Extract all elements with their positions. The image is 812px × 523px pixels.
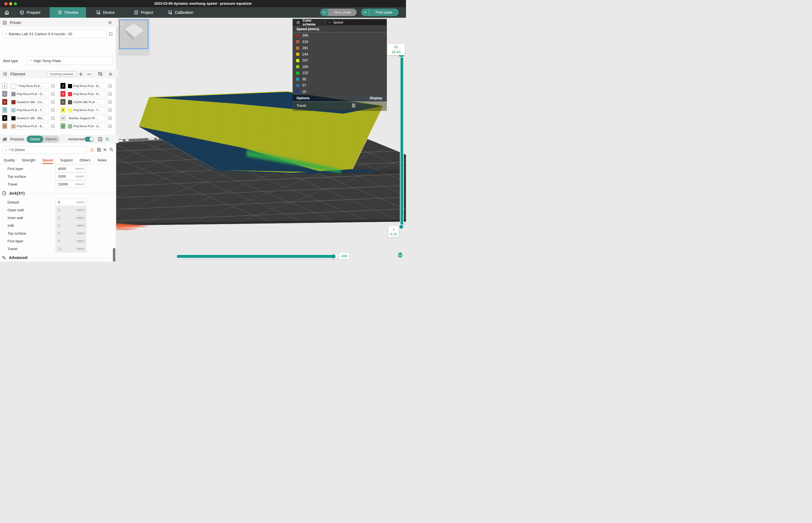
- filament-slot[interactable]: eSUN Silk PLA - ...: [67, 99, 106, 105]
- move-slider-handle[interactable]: [331, 254, 336, 258]
- filament-slot-badge[interactable]: 7: [2, 107, 7, 113]
- filament-slot[interactable]: PolyTerra PLA - R...: [67, 91, 106, 97]
- filament-slot-badge[interactable]: 1: [2, 83, 7, 89]
- tab-prepare[interactable]: Prepare: [19, 7, 47, 18]
- edit-icon[interactable]: [51, 108, 55, 112]
- prepare-cube-icon: [19, 10, 24, 15]
- bed-type-select[interactable]: High Temp Plate: [26, 57, 113, 65]
- filament-slot-badge[interactable]: 8: [60, 107, 66, 113]
- tab-project[interactable]: Project: [134, 7, 160, 18]
- chevron-down-icon: [29, 60, 32, 61]
- filament-slot-badge[interactable]: 9: [2, 115, 7, 121]
- print-plate-button[interactable]: Print plate: [369, 8, 399, 16]
- tab-speed[interactable]: Speed: [42, 158, 53, 164]
- printer-section-header: Printer: [0, 19, 119, 26]
- param-input-jerk-inner-wall[interactable]: 9mm/s: [55, 214, 87, 221]
- move-slider-track[interactable]: [176, 254, 338, 259]
- design-parameters-icon[interactable]: [105, 137, 110, 142]
- edit-icon[interactable]: [51, 124, 55, 128]
- param-input-travel-accel[interactable]: 15000mm/s²: [55, 181, 87, 188]
- param-input-jerk-travel[interactable]: 12mm/s: [55, 245, 87, 252]
- travel-checkbox[interactable]: [352, 104, 355, 108]
- param-input-jerk-infill[interactable]: 9mm/s: [55, 222, 87, 229]
- tab-quality[interactable]: Quality: [4, 158, 15, 164]
- scope-objects-button[interactable]: Objects: [43, 136, 59, 143]
- tab-support[interactable]: Support: [60, 158, 73, 164]
- remove-filament-icon[interactable]: [87, 72, 91, 76]
- filament-slot[interactable]: PolyTerra PLA - G...: [10, 91, 49, 97]
- layer-slider-track[interactable]: [400, 54, 404, 228]
- tab-strength[interactable]: Strength: [22, 158, 35, 164]
- plate-thumbnail[interactable]: 1: [119, 19, 148, 49]
- filament-slot[interactable]: PolyTerra PLA - Y...: [67, 107, 106, 113]
- param-input-jerk-top-surface[interactable]: 9mm/s: [55, 230, 87, 237]
- tab-others[interactable]: Others: [79, 158, 90, 164]
- edit-icon[interactable]: [51, 92, 55, 96]
- slice-plate-button[interactable]: Slice plate: [328, 8, 357, 16]
- param-input-top-surface-accel[interactable]: 2000mm/s²: [55, 173, 87, 180]
- legend-row: 319: [293, 39, 387, 45]
- edit-icon[interactable]: [108, 116, 112, 120]
- filament-slot-badge[interactable]: 2: [60, 83, 66, 89]
- filament-slot-badge[interactable]: 6: [60, 99, 66, 105]
- home-button[interactable]: [2, 7, 11, 18]
- filament-slot-badge[interactable]: 11: [2, 123, 7, 129]
- tab-calibration[interactable]: Calibration: [167, 7, 201, 18]
- filament-slot[interactable]: PolyTerra PLA - B...: [10, 123, 49, 129]
- edit-icon[interactable]: [51, 84, 55, 88]
- tab-device[interactable]: Device: [96, 7, 121, 18]
- flushing-volumes-button[interactable]: Flushing volumes: [47, 71, 77, 77]
- legend-row: 207: [293, 57, 387, 64]
- filament-slot[interactable]: PolyTerra PLA - T...: [10, 107, 49, 113]
- filament-slot-badge[interactable]: 10: [60, 115, 66, 121]
- param-input-jerk-default[interactable]: 0mm/s: [55, 199, 87, 206]
- parameter-list-icon[interactable]: [97, 137, 103, 142]
- param-input-first-layer-accel[interactable]: 4000mm/s²: [55, 165, 87, 172]
- collapse-double-chevron-up-icon[interactable]: [296, 21, 300, 24]
- filament-slot[interactable]: * PolyTerra PLA - ...: [10, 83, 49, 89]
- legend-row: 356: [293, 33, 387, 39]
- edit-icon[interactable]: [108, 124, 112, 128]
- layer-slider-bottom-handle[interactable]: [399, 224, 404, 229]
- edit-icon[interactable]: [108, 108, 112, 112]
- filament-slot-badge[interactable]: 4: [60, 91, 66, 97]
- delete-preset-icon[interactable]: [103, 148, 107, 152]
- filament-slot-badge[interactable]: 5: [2, 99, 7, 105]
- tab-notes[interactable]: Notes: [97, 158, 107, 164]
- ams-sync-icon[interactable]: [97, 72, 103, 76]
- advanced-toggle[interactable]: [85, 137, 94, 142]
- window-title: 2023-03-09 dynamic overhang speed - pres…: [0, 1, 406, 5]
- edit-icon[interactable]: [108, 84, 112, 88]
- filament-settings-gear-icon[interactable]: [108, 72, 113, 76]
- printer-settings-gear-icon[interactable]: [108, 20, 112, 25]
- filament-slot[interactable]: Geetech Silk - Co...: [10, 99, 49, 105]
- filament-slot[interactable]: Geetech Silk - Bla...: [10, 115, 49, 121]
- reset-preset-icon[interactable]: [90, 147, 94, 152]
- save-preset-icon[interactable]: [97, 147, 101, 152]
- filament-slot-badge[interactable]: 3: [2, 91, 7, 97]
- color-scheme-select[interactable]: Speed: [326, 19, 387, 25]
- printer-preset-select[interactable]: Bambu Lab X1 Carbon 0.4 nozzle - IG: [2, 30, 107, 38]
- search-icon[interactable]: [109, 147, 114, 152]
- param-input-jerk-outer-wall[interactable]: 9mm/s: [55, 206, 87, 214]
- sidebar-scrollbar-thumb[interactable]: [113, 248, 115, 262]
- printer-edit-icon[interactable]: [109, 32, 113, 36]
- layers-view-icon[interactable]: [397, 252, 403, 258]
- legend-color-swatch: [296, 84, 299, 87]
- filament-slot[interactable]: PolyTerra PLA - B...: [67, 83, 106, 89]
- print-plate-dropdown-button[interactable]: [361, 8, 369, 16]
- filament-slot-badge[interactable]: 12: [60, 123, 66, 129]
- edit-icon[interactable]: [108, 92, 112, 96]
- edit-icon[interactable]: [51, 116, 55, 120]
- filament-slot[interactable]: Bambu Support W ...: [67, 115, 106, 121]
- tab-preview[interactable]: Preview: [50, 7, 86, 18]
- param-label: First layer: [7, 167, 23, 171]
- edit-icon[interactable]: [108, 100, 112, 104]
- edit-icon[interactable]: [51, 100, 55, 104]
- slice-plate-dropdown-button[interactable]: [320, 8, 328, 16]
- param-input-jerk-first-layer[interactable]: 9mm/s: [55, 237, 87, 245]
- scope-global-button[interactable]: Global: [26, 136, 43, 143]
- process-preset-select[interactable]: * 0.20mm: [2, 146, 87, 154]
- filament-slot[interactable]: PolyTerra PLA - G...: [67, 123, 106, 129]
- add-filament-icon[interactable]: [79, 72, 83, 76]
